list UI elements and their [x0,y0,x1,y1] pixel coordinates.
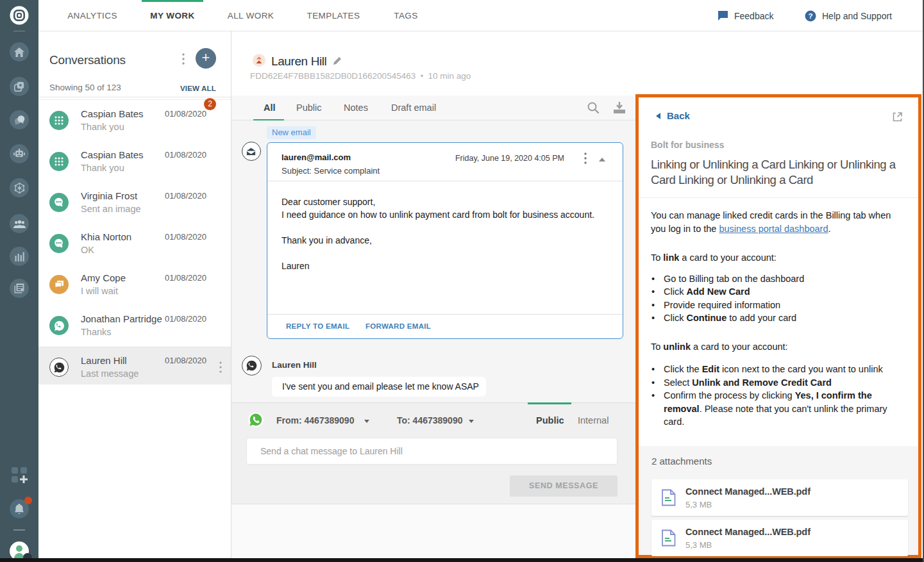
svg-text:?: ? [808,12,812,20]
